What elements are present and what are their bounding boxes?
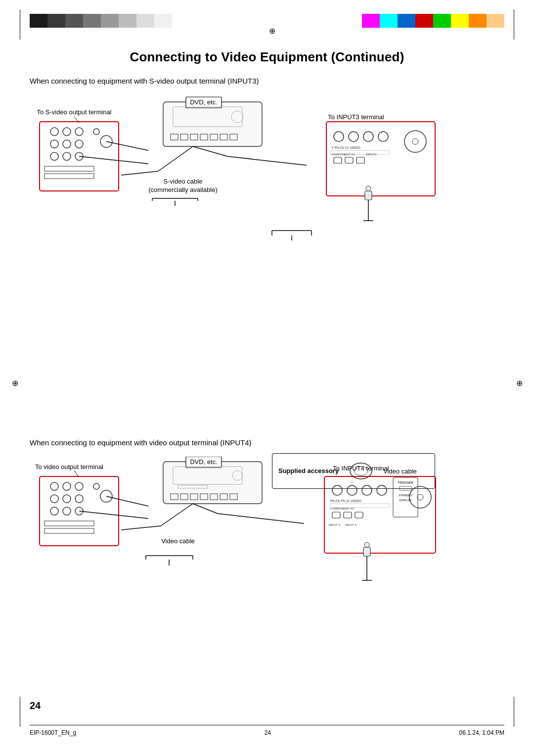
diagram-top: DVD, etc. S-video cable (commercially av… <box>30 92 504 260</box>
svg-text:INPUT3: INPUT3 <box>366 153 377 156</box>
section-video: When connecting to equipment with video … <box>30 438 504 615</box>
svg-point-71 <box>75 495 83 503</box>
svg-line-14 <box>106 142 148 150</box>
section-top-label: When connecting to equipment with S-vide… <box>30 77 504 85</box>
svg-line-97 <box>161 504 193 526</box>
reg-mark-left: ⊕ <box>10 378 20 388</box>
svg-point-7 <box>50 152 58 160</box>
svg-point-109 <box>377 485 387 495</box>
svg-rect-77 <box>44 521 94 526</box>
svg-point-56 <box>366 186 371 191</box>
svg-point-127 <box>364 542 369 547</box>
svg-point-8 <box>63 152 71 160</box>
svg-point-3 <box>75 128 83 136</box>
reg-mark-top: ⊕ <box>267 26 277 36</box>
svg-rect-47 <box>334 157 342 163</box>
svg-text:STANDBY: STANDBY <box>399 494 412 497</box>
svg-line-80 <box>79 511 148 519</box>
svg-point-66 <box>50 482 58 490</box>
reg-mark-right: ⊕ <box>514 378 524 388</box>
svg-point-106 <box>332 485 342 495</box>
color-bar-left <box>30 14 172 28</box>
svg-rect-38 <box>326 122 435 196</box>
svg-point-75 <box>93 483 99 489</box>
svg-text:To INPUT4 terminal: To INPUT4 terminal <box>333 465 389 472</box>
svg-text:Ph.Cb  Ph.Cr  VIDEO: Ph.Cb Ph.Cr VIDEO <box>330 499 362 503</box>
svg-rect-55 <box>365 191 372 200</box>
svg-text:S-video cable: S-video cable <box>164 178 203 185</box>
corner-border-tl <box>20 10 21 40</box>
svg-text:TRIGGER: TRIGGER <box>398 481 413 484</box>
corner-border-tr <box>513 10 514 40</box>
svg-line-15 <box>79 156 148 164</box>
svg-point-107 <box>347 485 357 495</box>
corner-border-br <box>513 697 514 726</box>
svg-text:To S-video output terminal: To S-video output terminal <box>37 108 111 116</box>
footer-date: 06.1.24, 1:04 PM <box>459 729 504 736</box>
svg-text:DVD, etc.: DVD, etc. <box>190 98 218 106</box>
svg-rect-126 <box>363 547 370 556</box>
svg-line-99 <box>193 504 218 514</box>
svg-point-51 <box>412 139 418 144</box>
svg-text:To INPUT3 terminal: To INPUT3 terminal <box>328 113 384 121</box>
footer-file-name: EIP-1600T_EN_g <box>30 729 76 736</box>
svg-text:Y   Ph.Cb    Cr    VIDEO: Y Ph.Cb Cr VIDEO <box>331 146 361 149</box>
svg-point-5 <box>63 140 71 148</box>
footer-page-number: 24 <box>265 729 271 736</box>
svg-text:COMPONENT #2: COMPONENT #2 <box>331 153 355 156</box>
svg-point-4 <box>50 140 58 148</box>
svg-point-72 <box>50 507 58 515</box>
svg-point-69 <box>50 495 58 503</box>
svg-point-108 <box>362 485 372 495</box>
svg-point-68 <box>75 482 83 490</box>
svg-point-10 <box>93 129 99 135</box>
footer: EIP-1600T_EN_g 24 06.1.24, 1:04 PM <box>30 725 504 736</box>
svg-line-33 <box>227 156 307 165</box>
svg-text:DVD, etc.: DVD, etc. <box>190 458 218 466</box>
svg-rect-78 <box>44 528 94 533</box>
top-diagram-svg: DVD, etc. S-video cable (commercially av… <box>30 92 504 260</box>
svg-rect-12 <box>44 166 94 171</box>
svg-point-1 <box>50 128 58 136</box>
section-svideo: When connecting to equipment with S-vide… <box>30 77 504 260</box>
svg-text:To video output terminal: To video output terminal <box>35 463 103 471</box>
svg-rect-48 <box>345 157 353 163</box>
page-title: Connecting to Video Equipment (Continued… <box>30 49 504 65</box>
svg-point-2 <box>63 128 71 136</box>
corner-border-bl <box>20 697 21 726</box>
svg-line-79 <box>106 496 148 506</box>
svg-point-6 <box>75 140 83 148</box>
svg-text:(commercially available): (commercially available) <box>148 186 217 193</box>
svg-line-100 <box>218 514 304 523</box>
color-bar-right <box>362 14 504 28</box>
svg-rect-120 <box>400 486 411 490</box>
svg-rect-115 <box>355 512 363 518</box>
svg-point-73 <box>63 507 71 515</box>
diagram-bottom: To video output terminal DVD, etc. <box>30 457 504 615</box>
svg-point-42 <box>378 132 388 142</box>
page-number: 24 <box>30 700 41 711</box>
svg-rect-113 <box>332 512 340 518</box>
svg-point-67 <box>63 482 71 490</box>
svg-point-40 <box>349 132 358 142</box>
svg-point-70 <box>63 495 71 503</box>
section-bottom-label: When connecting to equipment with video … <box>30 438 504 447</box>
svg-point-41 <box>363 132 373 142</box>
svg-line-30 <box>158 146 193 171</box>
svg-point-50 <box>404 131 426 152</box>
svg-text:Video cable: Video cable <box>161 537 195 545</box>
svg-rect-13 <box>44 174 94 179</box>
bottom-diagram-svg: To video output terminal DVD, etc. <box>30 457 504 615</box>
svg-line-98 <box>121 526 161 530</box>
svg-rect-114 <box>344 512 352 518</box>
svg-rect-105 <box>324 476 436 553</box>
svg-point-123 <box>409 486 431 508</box>
main-content: Connecting to Video Equipment (Continued… <box>30 49 504 716</box>
svg-point-124 <box>417 494 423 500</box>
svg-point-39 <box>334 132 344 142</box>
svg-text:INPUT 4: INPUT 4 <box>345 523 357 526</box>
svg-text:INPUT 3: INPUT 3 <box>329 523 341 526</box>
svg-text:COMPONENT #3: COMPONENT #3 <box>330 507 354 510</box>
svg-line-32 <box>193 146 227 156</box>
svg-rect-49 <box>356 157 364 163</box>
